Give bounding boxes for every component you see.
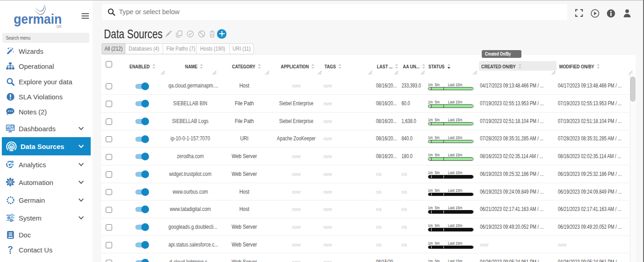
svg-text:?: ? [8, 245, 13, 253]
